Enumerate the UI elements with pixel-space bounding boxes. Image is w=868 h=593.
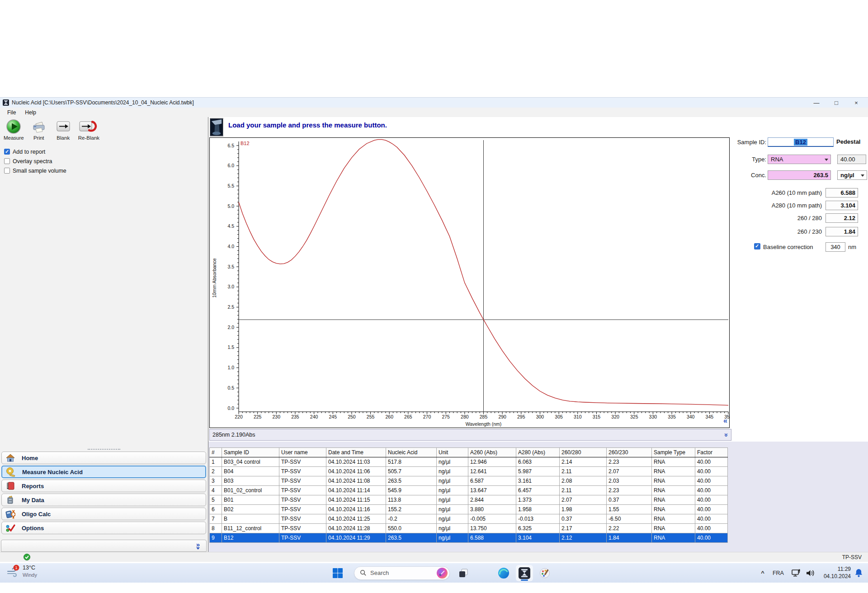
option-checkboxes: Add to report Overlay spectra Small samp… xyxy=(4,147,208,175)
svg-text:330: 330 xyxy=(649,414,657,419)
a280-field: 3.104 xyxy=(826,201,858,210)
tray-time: 11:29 xyxy=(824,566,851,573)
nanodrop-app-icon xyxy=(519,567,530,579)
col-header-sample-type[interactable]: Sample Type xyxy=(652,448,695,457)
table-row[interactable]: 6 B02 TP-SSV 04.10.2024 11:16 155.2 ng/µ… xyxy=(210,505,728,514)
clock[interactable]: 11:29 04.10.2024 xyxy=(824,566,851,580)
edge-browser-button[interactable] xyxy=(498,567,509,579)
tray-overflow-button[interactable]: ^ xyxy=(761,569,764,576)
small-sample-volume-option[interactable]: Small sample volume xyxy=(4,166,208,175)
type-value: RNA xyxy=(768,156,783,163)
svg-text:305: 305 xyxy=(555,414,563,419)
sidebar-item-options[interactable]: Options xyxy=(1,522,206,534)
sidebar-item-oligo-calc[interactable]: Oligo Calc xyxy=(1,508,206,520)
menu-help[interactable]: Help xyxy=(21,108,40,117)
sidebar-item-measure-nucleic-acid[interactable]: Measure Nucleic Acid xyxy=(1,466,206,478)
col-header-unit[interactable]: Unit xyxy=(437,448,468,457)
add-to-report-label: Add to report xyxy=(13,149,45,155)
baseline-unit-label: nm xyxy=(848,244,862,250)
weather-widget[interactable]: 1 13°C Windy xyxy=(6,565,37,578)
start-button[interactable] xyxy=(332,568,343,579)
volume-button[interactable] xyxy=(806,569,816,577)
sidebar-item-my-data[interactable]: My Data xyxy=(1,494,206,506)
window-title: Nucleic Acid [C:\Users\TP-SSV\Documents\… xyxy=(12,99,194,106)
baseline-wavelength-field[interactable]: 340 xyxy=(826,242,845,252)
close-button[interactable]: × xyxy=(846,98,866,108)
add-to-report-option[interactable]: Add to report xyxy=(4,147,208,156)
expand-table-icon[interactable]: » xyxy=(722,433,730,437)
sidebar-item-label: Reports xyxy=(22,483,44,489)
home-icon xyxy=(5,453,15,463)
col-header-user-name[interactable]: User name xyxy=(279,448,326,457)
minimize-button[interactable]: — xyxy=(807,98,826,108)
network-button[interactable] xyxy=(791,569,801,578)
col-header-factor[interactable]: Factor xyxy=(695,448,728,457)
print-button[interactable]: Print xyxy=(29,118,48,141)
svg-text:335: 335 xyxy=(668,414,676,419)
add-to-report-checkbox[interactable] xyxy=(4,149,10,155)
sidebar-item-label: Measure Nucleic Acid xyxy=(22,469,83,475)
chevron-down-icon xyxy=(825,159,828,161)
col-header-a260[interactable]: A260 (Abs) xyxy=(468,448,516,457)
print-icon xyxy=(31,118,47,135)
sidebar-item-label: Options xyxy=(22,525,44,532)
table-row[interactable]: 8 B11_12_control TP-SSV 04.10.2024 11:28… xyxy=(210,524,728,533)
collapse-chart-icon[interactable]: « xyxy=(723,417,727,425)
paint-app-button[interactable] xyxy=(539,567,551,579)
overlay-spectra-option[interactable]: Overlay spectra xyxy=(4,156,208,166)
conc-field[interactable]: 263.5 xyxy=(768,170,831,180)
measure-icon xyxy=(6,118,21,135)
sidebar-item-home[interactable]: Home xyxy=(1,452,206,464)
menu-file[interactable]: File xyxy=(4,108,19,117)
type-dropdown[interactable]: RNA xyxy=(768,155,831,164)
blank-button[interactable]: Blank xyxy=(54,118,73,141)
nanodrop-app-button[interactable] xyxy=(516,565,533,581)
table-row[interactable]: 7 B TP-SSV 04.10.2024 11:25 -0.2 ng/µl -… xyxy=(210,514,728,524)
active-app-indicator xyxy=(521,579,528,581)
collapse-sidebar-icon[interactable]: » xyxy=(196,542,200,550)
small-sample-volume-checkbox[interactable] xyxy=(4,168,10,174)
table-row[interactable]: 9 B12 TP-SSV 04.10.2024 11:29 263.5 ng/µ… xyxy=(210,533,728,543)
search-box[interactable]: Search xyxy=(354,566,450,580)
col-header-260-230[interactable]: 260/230 xyxy=(607,448,652,457)
baseline-correction-checkbox[interactable] xyxy=(754,243,760,249)
svg-text:250: 250 xyxy=(348,414,356,419)
svg-text:10mm Absorbance: 10mm Absorbance xyxy=(212,258,217,298)
reports-icon xyxy=(5,481,15,491)
table-row[interactable]: 2 B04 TP-SSV 04.10.2024 11:06 505.7 ng/µ… xyxy=(210,467,728,476)
reblank-button[interactable]: Re-Blank xyxy=(78,118,99,141)
task-view-button[interactable] xyxy=(458,568,469,579)
cursor-readout-strip: 285nm 2.190Abs » xyxy=(209,429,731,441)
sidebar-item-reports[interactable]: Reports xyxy=(1,480,206,492)
conc-unit-dropdown[interactable]: ng/µl xyxy=(837,170,867,180)
col-header-sample-id[interactable]: Sample ID xyxy=(222,448,279,457)
splitter-handle[interactable] xyxy=(88,449,120,450)
sidebar-nav: Home Measure Nucleic Acid Reports My Dat… xyxy=(1,447,207,552)
language-indicator[interactable]: FRA xyxy=(773,570,784,576)
table-row[interactable]: 4 B01_02_control TP-SSV 04.10.2024 11:14… xyxy=(210,486,728,495)
sample-id-input[interactable]: B12 xyxy=(768,137,834,147)
blank-icon xyxy=(56,118,71,135)
table-row[interactable]: 5 B01 TP-SSV 04.10.2024 11:15 113.8 ng/µ… xyxy=(210,495,728,505)
spectrum-chart[interactable]: 2202252302352402452502552602652702752802… xyxy=(210,138,729,428)
type-factor-field[interactable]: 40.00 xyxy=(837,155,866,164)
maximize-button[interactable]: □ xyxy=(826,98,846,108)
col-header-260-280[interactable]: 260/280 xyxy=(560,448,607,457)
measure-label: Measure xyxy=(4,135,24,141)
svg-text:345: 345 xyxy=(706,414,714,419)
notifications-button[interactable] xyxy=(855,569,863,577)
table-row[interactable]: 3 B03 TP-SSV 04.10.2024 11:08 263.5 ng/µ… xyxy=(210,476,728,486)
type-label: Type: xyxy=(730,156,766,163)
overlay-spectra-checkbox[interactable] xyxy=(4,158,10,164)
col-header-nucleic-acid[interactable]: Nucleic Acid xyxy=(386,448,437,457)
table-row[interactable]: 1 B03_04 control TP-SSV 04.10.2024 11:03… xyxy=(210,457,728,467)
svg-text:5.0: 5.0 xyxy=(227,203,234,209)
svg-text:300: 300 xyxy=(536,414,544,419)
col-header-date-time[interactable]: Date and Time xyxy=(326,448,386,457)
col-header-num[interactable]: # xyxy=(210,448,222,457)
sidebar-collapse-bar[interactable]: » xyxy=(1,540,207,552)
svg-text:260: 260 xyxy=(385,414,393,419)
svg-text:310: 310 xyxy=(574,414,582,419)
col-header-a280[interactable]: A280 (Abs) xyxy=(516,448,560,457)
measure-button[interactable]: Measure xyxy=(4,118,24,141)
